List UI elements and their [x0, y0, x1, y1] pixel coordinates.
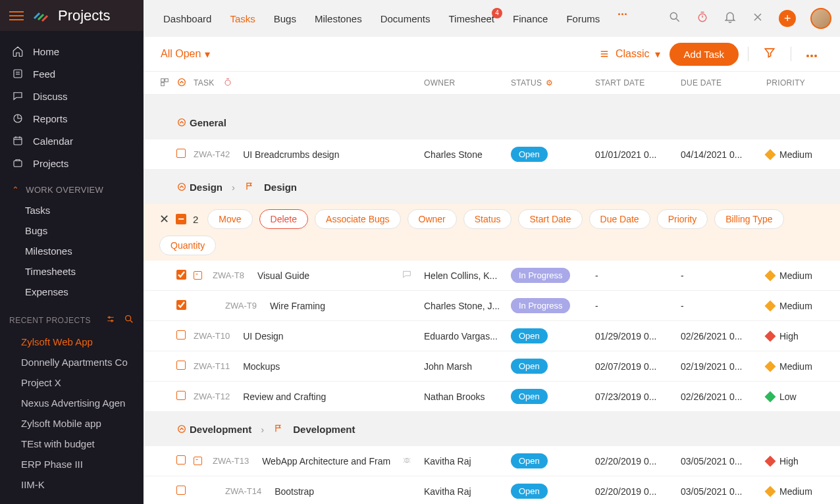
recent-project[interactable]: Zylsoft Mobile app — [0, 413, 144, 434]
tab-milestones[interactable]: Milestones — [315, 13, 362, 24]
milestone-icon — [273, 423, 284, 436]
bulk-delete-button[interactable]: Delete — [259, 209, 308, 229]
row-checkbox[interactable] — [176, 149, 186, 158]
recent-project[interactable]: Zylsoft Web App — [0, 332, 144, 352]
collapse-icon[interactable] — [144, 117, 190, 128]
comment-icon[interactable] — [402, 269, 412, 282]
task-row[interactable]: ZWA-T8Visual Guide Helen Collins, K... I… — [144, 261, 840, 291]
recent-project[interactable]: Project X — [0, 372, 144, 393]
row-checkbox[interactable] — [176, 391, 186, 400]
filter-dropdown[interactable]: All Open ▾ — [161, 48, 210, 61]
avatar[interactable] — [810, 8, 831, 29]
add-task-button[interactable]: Add Task — [669, 43, 739, 66]
tab-forums[interactable]: Forums — [566, 13, 600, 24]
tab-more[interactable] — [618, 13, 631, 24]
sidebar-item-calendar[interactable]: Calendar — [0, 130, 144, 152]
task-row[interactable]: ZWA-T12Review and Crafting Nathan Brooks… — [144, 382, 840, 412]
sidebar-item-label: Projects — [33, 158, 68, 169]
recent-project[interactable]: Donnelly Apartments Co — [0, 352, 144, 372]
tab-documents[interactable]: Documents — [381, 13, 431, 24]
priority-icon — [765, 330, 776, 341]
bulk-start-date-button[interactable]: Start Date — [518, 209, 582, 229]
add-button[interactable]: + — [779, 10, 796, 27]
svg-point-27 — [225, 80, 230, 85]
row-checkbox[interactable] — [176, 330, 186, 340]
bulk-due-date-button[interactable]: Due Date — [589, 209, 650, 229]
svg-line-35 — [409, 458, 410, 459]
status-pill[interactable]: In Progress — [511, 298, 570, 313]
collapse-icon[interactable] — [144, 424, 190, 434]
group-title: Development — [190, 424, 251, 435]
owner-cell: Charles Stone — [424, 149, 511, 160]
bulk-owner-button[interactable]: Owner — [407, 209, 457, 229]
task-row[interactable]: ZWA-T14Bootstrap Kavitha Raj Open 02/20/… — [144, 476, 840, 504]
sidebar-item-home[interactable]: Home — [0, 40, 144, 63]
status-pill[interactable]: Open — [511, 484, 548, 499]
tab-bugs[interactable]: Bugs — [274, 13, 296, 24]
tab-timesheet[interactable]: Timesheet4 — [449, 13, 494, 24]
sidebar-sub-milestones[interactable]: Milestones — [0, 241, 144, 261]
search-icon[interactable] — [124, 314, 134, 326]
tab-tasks[interactable]: Tasks — [230, 13, 255, 24]
bulk-priority-button[interactable]: Priority — [657, 209, 708, 229]
sidebar-sub-tasks[interactable]: Tasks — [0, 200, 144, 220]
bulk-billing-type-button[interactable]: Billing Type — [714, 209, 783, 229]
bulk-associate-bugs-button[interactable]: Associate Bugs — [315, 209, 401, 229]
status-pill[interactable]: In Progress — [511, 268, 570, 283]
tab-finance[interactable]: Finance — [513, 13, 548, 24]
task-row[interactable]: ZWA-T11Mockups John Marsh Open 02/07/201… — [144, 351, 840, 382]
bulk-status-button[interactable]: Status — [463, 209, 512, 229]
sidebar-item-feed[interactable]: Feed — [0, 63, 144, 85]
recent-project[interactable]: TEst with budget — [0, 434, 144, 454]
bulk-move-button[interactable]: Move — [207, 209, 252, 229]
status-pill[interactable]: Open — [511, 359, 548, 374]
sidebar-section-work-overview[interactable]: ⌃WORK OVERVIEW — [0, 180, 144, 200]
sidebar-sub-bugs[interactable]: Bugs — [0, 220, 144, 241]
row-checkbox[interactable] — [176, 300, 186, 310]
row-checkbox[interactable] — [176, 270, 186, 280]
sidebar-item-discuss[interactable]: Discuss — [0, 85, 144, 107]
sidebar-item-reports[interactable]: Reports — [0, 107, 144, 130]
status-pill[interactable]: Open — [511, 389, 548, 404]
filter-icon[interactable] — [758, 46, 781, 62]
row-checkbox[interactable] — [176, 455, 186, 465]
task-row[interactable]: ZWA-T10UI Design Eduardo Vargas... Open … — [144, 321, 840, 351]
deselect-icon[interactable]: − — [176, 214, 186, 224]
status-pill[interactable]: Open — [511, 328, 548, 343]
group-row[interactable]: Development›Development — [144, 412, 840, 446]
sidebar-sub-expenses[interactable]: Expenses — [0, 282, 144, 302]
close-icon[interactable]: ✕ — [159, 212, 169, 226]
more-icon[interactable] — [801, 48, 823, 60]
collapse-all-icon[interactable] — [176, 77, 187, 89]
view-toggle[interactable]: Classic ▾ — [598, 48, 660, 61]
recent-project[interactable]: IIM-K — [0, 474, 144, 495]
priority-label: Medium — [779, 149, 812, 160]
gear-icon[interactable]: ⚙ — [546, 78, 553, 88]
row-checkbox[interactable] — [176, 486, 186, 495]
recent-project[interactable]: Nexus Advertising Agen — [0, 393, 144, 413]
sidebar-item-projects[interactable]: Projects — [0, 152, 144, 174]
task-name: Mockups — [243, 361, 280, 372]
group-row[interactable]: General — [144, 105, 840, 139]
bulk-quantity-button[interactable]: Quantity — [159, 236, 216, 255]
svg-point-15 — [671, 13, 677, 19]
search-icon[interactable] — [668, 11, 681, 26]
status-pill[interactable]: Open — [511, 453, 548, 468]
group-row[interactable]: Design›Design — [144, 170, 840, 204]
task-row[interactable]: ZWA-T42UI Breadcrumbs design Charles Sto… — [144, 139, 840, 170]
tools-icon[interactable] — [751, 11, 764, 26]
bell-icon[interactable] — [723, 11, 737, 26]
task-row[interactable]: ZWA-T9Wire Framing Charles Stone, J... I… — [144, 291, 840, 321]
recent-project[interactable]: ERP Phase III — [0, 454, 144, 474]
task-row[interactable]: ZWA-T13WebApp Architecture and Fram Kavi… — [144, 446, 840, 476]
row-checkbox[interactable] — [176, 361, 186, 370]
timer-icon[interactable] — [696, 11, 709, 26]
settings-icon[interactable] — [105, 314, 116, 326]
menu-toggle[interactable] — [9, 11, 24, 20]
sidebar-sub-timesheets[interactable]: Timesheets — [0, 261, 144, 282]
status-pill[interactable]: Open — [511, 147, 548, 162]
collapse-icon[interactable] — [144, 182, 190, 192]
column-settings-icon[interactable] — [159, 77, 170, 89]
tab-dashboard[interactable]: Dashboard — [163, 13, 211, 24]
bug-icon[interactable] — [402, 455, 412, 467]
